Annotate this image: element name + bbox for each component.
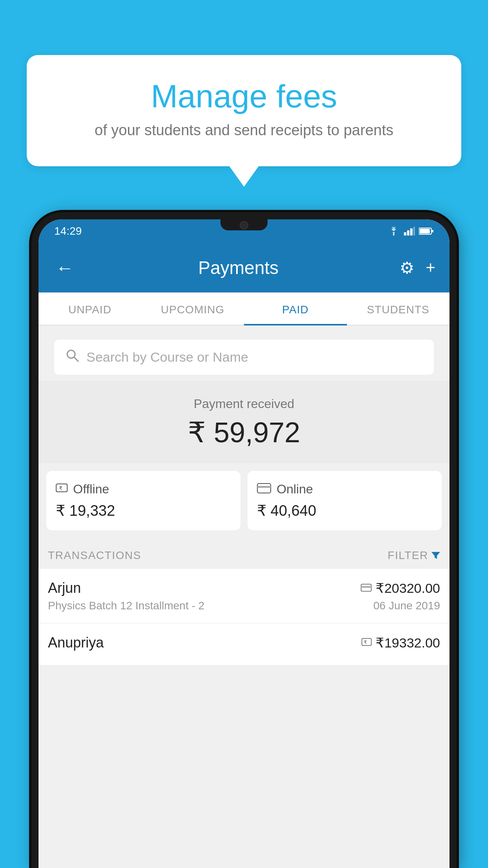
transaction-amount: ₹20320.00 bbox=[376, 580, 440, 596]
phone-camera bbox=[240, 221, 248, 230]
wifi-icon bbox=[387, 227, 400, 235]
filter-button[interactable]: FILTER bbox=[388, 549, 440, 562]
payment-received-section: Payment received ₹ 59,972 bbox=[39, 381, 449, 463]
card-payment-icon bbox=[361, 582, 372, 594]
online-card: Online ₹ 40,640 bbox=[248, 471, 442, 530]
online-card-label: Online bbox=[277, 482, 313, 497]
phone-frame: 14:29 bbox=[31, 212, 457, 868]
transaction-top: Anupriya ₹ ₹19332.00 bbox=[48, 634, 440, 651]
phone-screen: 14:29 bbox=[39, 219, 449, 868]
app-bar: ← Payments ⚙ + bbox=[39, 243, 449, 292]
transaction-detail: Physics Batch 12 Installment - 2 bbox=[48, 600, 204, 612]
payment-received-amount: ₹ 59,972 bbox=[46, 416, 442, 449]
transaction-name: Anupriya bbox=[48, 634, 104, 651]
add-button[interactable]: + bbox=[426, 258, 435, 277]
svg-rect-13 bbox=[257, 486, 271, 488]
tab-unpaid[interactable]: UNPAID bbox=[39, 292, 141, 325]
payment-received-label: Payment received bbox=[46, 397, 442, 411]
online-card-header: Online bbox=[257, 482, 432, 497]
svg-rect-2 bbox=[407, 230, 409, 235]
transactions-header: TRANSACTIONS FILTER bbox=[39, 541, 449, 569]
status-time: 14:29 bbox=[54, 225, 82, 237]
status-icons bbox=[387, 227, 434, 235]
credit-card-icon bbox=[257, 483, 271, 496]
battery-icon bbox=[419, 227, 434, 235]
speech-bubble-container: Manage fees of your students and send re… bbox=[27, 55, 461, 166]
svg-rect-6 bbox=[432, 230, 433, 232]
app-bar-actions: ⚙ + bbox=[400, 258, 435, 278]
transaction-name: Arjun bbox=[48, 580, 81, 596]
bubble-title: Manage fees bbox=[58, 79, 430, 114]
back-button[interactable]: ← bbox=[53, 254, 77, 281]
tab-students[interactable]: STUDENTS bbox=[347, 292, 450, 325]
transaction-amount: ₹19332.00 bbox=[376, 635, 440, 651]
speech-bubble: Manage fees of your students and send re… bbox=[27, 55, 461, 166]
search-placeholder: Search by Course or Name bbox=[86, 349, 248, 365]
transaction-amount-wrap: ₹ ₹19332.00 bbox=[361, 635, 440, 651]
svg-rect-4 bbox=[413, 227, 415, 235]
offline-card: ₹ Offline ₹ 19,332 bbox=[46, 471, 240, 530]
transaction-bottom: Physics Batch 12 Installment - 2 06 June… bbox=[48, 600, 440, 612]
tabs-bar: UNPAID UPCOMING PAID STUDENTS bbox=[39, 292, 449, 326]
tab-paid[interactable]: PAID bbox=[244, 292, 347, 325]
tab-upcoming[interactable]: UPCOMING bbox=[141, 292, 244, 325]
svg-rect-16 bbox=[361, 586, 371, 588]
transaction-row[interactable]: Arjun ₹20320.00 Physics Batch 12 Install… bbox=[39, 569, 449, 623]
svg-text:₹: ₹ bbox=[364, 640, 367, 645]
svg-rect-12 bbox=[257, 484, 271, 493]
rupee-card-icon: ₹ bbox=[56, 482, 68, 496]
transaction-row[interactable]: Anupriya ₹ ₹19332.00 bbox=[39, 623, 449, 666]
svg-rect-3 bbox=[410, 228, 413, 235]
svg-point-0 bbox=[393, 234, 394, 235]
svg-marker-14 bbox=[431, 552, 440, 559]
svg-line-9 bbox=[74, 357, 78, 361]
transaction-date: 06 June 2019 bbox=[373, 600, 440, 612]
transactions-label: TRANSACTIONS bbox=[48, 549, 141, 562]
offline-card-header: ₹ Offline bbox=[56, 482, 231, 497]
search-bar[interactable]: Search by Course or Name bbox=[54, 340, 434, 375]
filter-text: FILTER bbox=[388, 549, 428, 562]
gear-icon[interactable]: ⚙ bbox=[400, 258, 415, 278]
rupee-payment-icon: ₹ bbox=[361, 636, 372, 649]
transaction-amount-wrap: ₹20320.00 bbox=[361, 580, 440, 596]
payment-cards: ₹ Offline ₹ 19,332 bbox=[39, 463, 449, 538]
offline-card-label: Offline bbox=[73, 482, 109, 497]
signal-icon bbox=[404, 227, 415, 235]
transaction-top: Arjun ₹20320.00 bbox=[48, 580, 440, 596]
search-icon bbox=[65, 348, 79, 366]
online-card-amount: ₹ 40,640 bbox=[257, 502, 432, 519]
svg-text:₹: ₹ bbox=[59, 485, 62, 491]
svg-rect-1 bbox=[404, 232, 406, 235]
svg-rect-7 bbox=[420, 229, 430, 234]
filter-icon bbox=[431, 549, 440, 562]
offline-card-amount: ₹ 19,332 bbox=[56, 502, 231, 519]
bubble-subtitle: of your students and send receipts to pa… bbox=[58, 122, 430, 139]
page-title: Payments bbox=[77, 257, 400, 278]
